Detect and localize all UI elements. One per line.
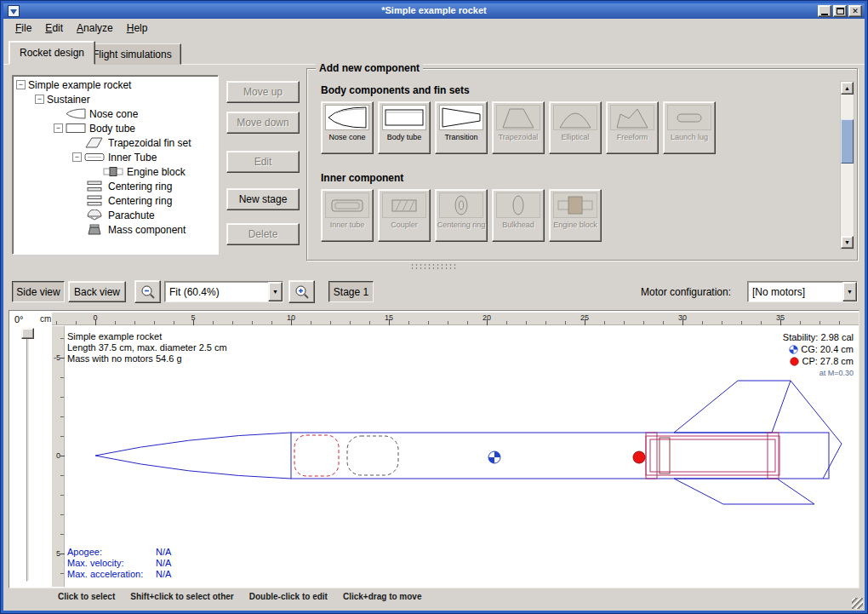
vertical-ruler: -5 0 5 xyxy=(52,326,65,587)
component-button-trapezoidal-fin[interactable]: Trapezoidal xyxy=(492,101,545,154)
tree-item-body-tube[interactable]: − Body tube xyxy=(13,121,218,135)
coupler-icon xyxy=(382,192,426,218)
side-view-button[interactable]: Side view xyxy=(12,281,65,302)
ruler-label: 0 xyxy=(85,313,106,325)
titlebar: *Simple example rocket ✕ xyxy=(3,3,865,19)
tree-item-mass-component[interactable]: Mass component xyxy=(13,222,218,237)
zoom-in-button[interactable] xyxy=(288,280,315,303)
motor-configuration-combo[interactable]: [No motors] ▼ xyxy=(747,281,858,302)
menu-edit[interactable]: Edit xyxy=(38,20,70,36)
tree-item-label: Sustainer xyxy=(47,94,90,106)
zoom-in-icon xyxy=(294,284,310,300)
component-button-engine-block[interactable]: Engine block xyxy=(549,189,602,242)
hint-click-to-select: Click to select xyxy=(58,592,115,601)
tree-item-parachute[interactable]: Parachute xyxy=(13,208,218,222)
move-down-button[interactable]: Move down xyxy=(226,112,300,134)
close-icon: ✕ xyxy=(852,8,859,15)
component-panel-scrollbar[interactable]: ▲ ▼ xyxy=(840,81,854,250)
cp-marker xyxy=(633,451,645,463)
tree-item-centering-ring-2[interactable]: Centering ring xyxy=(13,193,218,208)
component-button-body-tube[interactable]: Body tube xyxy=(378,101,431,154)
rocket-canvas[interactable]: 0° cm 0 5 10 15 20 25 30 35 -5 0 5 xyxy=(9,310,859,588)
component-button-coupler[interactable]: Coupler xyxy=(378,189,431,242)
parachute-outline[interactable] xyxy=(294,435,339,476)
scroll-up-button[interactable]: ▲ xyxy=(841,82,854,95)
collapse-icon[interactable]: − xyxy=(16,80,26,89)
inner-tube-outline[interactable] xyxy=(646,436,779,475)
body-components-section-label: Body components and fin sets xyxy=(321,84,470,96)
edit-button[interactable]: Edit xyxy=(226,151,300,173)
max-velocity-value: N/A xyxy=(156,558,171,568)
component-button-nose-cone[interactable]: Nose cone xyxy=(321,101,374,154)
rotation-slider-handle[interactable] xyxy=(21,328,34,339)
new-stage-button[interactable]: New stage xyxy=(226,188,300,210)
tree-item-label: Parachute xyxy=(108,209,155,221)
inner-tube-wall[interactable] xyxy=(650,439,775,472)
component-button-elliptical-fin[interactable]: Elliptical xyxy=(549,101,602,154)
move-up-button[interactable]: Move up xyxy=(226,81,300,103)
fin-icon xyxy=(84,137,105,148)
fin-outline-upper[interactable] xyxy=(674,381,791,433)
zoom-out-icon xyxy=(140,284,156,300)
collapse-icon[interactable]: − xyxy=(54,123,63,133)
tree-item-engine-block[interactable]: Engine block xyxy=(13,164,218,179)
engine-block-outline[interactable] xyxy=(660,438,670,473)
stage-1-toggle[interactable]: Stage 1 xyxy=(328,281,374,302)
tree-item-trapezoidal-fin-set[interactable]: Trapezoidal fin set xyxy=(13,135,218,150)
fin-outline-projected[interactable] xyxy=(791,381,842,479)
nose-cone-outline[interactable] xyxy=(95,456,291,479)
nose-cone-icon xyxy=(66,108,86,119)
component-button-transition[interactable]: Transition xyxy=(435,101,488,154)
menu-file[interactable]: File xyxy=(9,20,38,36)
tree-item-inner-tube[interactable]: − Inner Tube xyxy=(13,150,218,164)
tree-item-label: Engine block xyxy=(127,166,186,178)
collapse-icon[interactable]: − xyxy=(72,152,82,162)
tab-rocket-design[interactable]: Rocket design xyxy=(9,41,95,65)
mass-component-outline[interactable] xyxy=(347,436,398,475)
add-component-title: Add new component xyxy=(316,62,423,74)
scroll-down-button[interactable]: ▼ xyxy=(841,236,854,249)
motor-configuration-label: Motor configuration: xyxy=(641,286,731,298)
component-button-freeform-fin[interactable]: Freeform xyxy=(606,101,659,154)
maximize-button[interactable] xyxy=(833,5,847,17)
rocket-mass: Mass with no motors 54.6 g xyxy=(67,353,227,364)
fin-outline-lower[interactable] xyxy=(674,479,814,504)
scrollbar-thumb[interactable] xyxy=(841,119,854,164)
centering-ring-icon xyxy=(84,195,105,206)
splitter-handle[interactable] xyxy=(400,261,468,271)
add-component-panel: Add new component Body components and fi… xyxy=(306,68,858,261)
menu-help[interactable]: Help xyxy=(120,20,155,36)
chevron-down-icon[interactable]: ▼ xyxy=(842,282,857,301)
tree-item-label: Trapezoidal fin set xyxy=(108,137,191,149)
freeform-fin-icon xyxy=(610,105,654,130)
tree-item-nose-cone[interactable]: Nose cone xyxy=(13,106,218,121)
component-button-centering-ring[interactable]: Centering ring xyxy=(435,189,488,242)
collapse-icon[interactable]: − xyxy=(35,95,44,104)
centering-ring-icon xyxy=(439,192,483,218)
tree-item-label: Centering ring xyxy=(108,195,172,207)
component-button-inner-tube[interactable]: Inner tube xyxy=(321,189,374,242)
zoom-out-button[interactable] xyxy=(134,280,161,303)
zoom-level-combo[interactable]: Fit (60.4%) ▼ xyxy=(164,281,283,302)
inner-tube-icon xyxy=(84,152,105,163)
rocket-drawing-area[interactable]: Simple example rocket Length 37.5 cm, ma… xyxy=(65,326,859,587)
tree-item-rocket[interactable]: − Simple example rocket xyxy=(13,77,218,92)
tree-item-centering-ring-1[interactable]: Centering ring xyxy=(13,179,218,193)
delete-button[interactable]: Delete xyxy=(226,223,300,245)
component-button-launch-lug[interactable]: Launch lug xyxy=(663,101,716,154)
back-view-button[interactable]: Back view xyxy=(68,281,126,302)
nose-cone-outline[interactable] xyxy=(95,433,291,456)
minimize-button[interactable] xyxy=(818,5,831,17)
tab-flight-simulations[interactable]: Flight simulations xyxy=(83,43,181,65)
chevron-down-icon[interactable]: ▼ xyxy=(268,282,283,301)
menu-analyze[interactable]: Analyze xyxy=(70,20,120,36)
mass-component-icon xyxy=(84,224,105,235)
max-acceleration-label: Max. acceleration: xyxy=(67,569,156,580)
launch-lug-icon xyxy=(667,105,711,130)
cg-value: CG: 20.4 cm xyxy=(801,343,854,355)
component-button-bulkhead[interactable]: Bulkhead xyxy=(492,189,545,242)
close-button[interactable]: ✕ xyxy=(848,5,862,17)
tree-item-sustainer[interactable]: − Sustainer xyxy=(13,92,218,106)
rotation-slider[interactable] xyxy=(26,330,30,582)
resize-grip[interactable] xyxy=(852,598,863,609)
